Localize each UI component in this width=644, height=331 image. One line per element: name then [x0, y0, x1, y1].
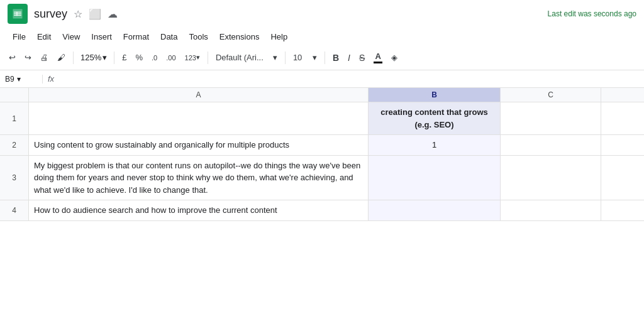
col-header-b[interactable]: B: [369, 88, 501, 102]
zoom-value: 125%: [80, 53, 101, 62]
font-dropdown-icon: ▾: [273, 53, 277, 62]
cell-c2[interactable]: [501, 135, 601, 155]
cell-a2[interactable]: Using content to grow sustainably and or…: [29, 135, 369, 155]
cell-ref-value: B9: [5, 75, 14, 84]
fx-label: fx: [48, 74, 54, 84]
cell-a4-value: How to do audience search and how to imp…: [34, 204, 277, 217]
menu-insert[interactable]: Insert: [86, 30, 117, 44]
menu-edit[interactable]: Edit: [32, 30, 56, 44]
table-row: 2 Using content to grow sustainably and …: [0, 135, 644, 156]
menu-format[interactable]: Format: [118, 30, 154, 44]
divider2: [114, 52, 114, 64]
table-row: 4 How to do audience search and how to i…: [0, 200, 644, 221]
cell-ref-dropdown[interactable]: ▾: [17, 75, 21, 84]
font-size-value: 10: [293, 53, 302, 62]
row-num-1: 1: [0, 102, 29, 134]
menu-bar: File Edit View Insert Format Data Tools …: [0, 28, 644, 45]
cell-reference[interactable]: B9 ▾: [5, 75, 43, 84]
divider3: [208, 52, 208, 64]
cell-c4[interactable]: [501, 200, 601, 220]
folder-icon[interactable]: ⬜: [89, 8, 101, 20]
bold-button[interactable]: B: [329, 50, 343, 65]
divider5: [325, 52, 325, 64]
svg-rect-4: [16, 12, 17, 16]
col-header-c[interactable]: C: [501, 88, 601, 102]
decimal-decrease-button[interactable]: .0: [148, 52, 161, 64]
menu-tools[interactable]: Tools: [184, 30, 213, 44]
star-icon[interactable]: ☆: [74, 8, 82, 20]
cloud-icon[interactable]: ☁: [108, 8, 118, 20]
menu-view[interactable]: View: [57, 30, 85, 44]
sheet-container: A B C 1 creating content that grows (e.g…: [0, 88, 644, 331]
italic-button[interactable]: I: [344, 50, 354, 65]
font-name: Default (Ari...: [216, 53, 264, 62]
undo-button[interactable]: ↩: [5, 50, 19, 65]
cell-a3[interactable]: My biggest problem is that our content r…: [29, 156, 369, 200]
last-edit-status: Last edit was seconds ago: [548, 9, 636, 18]
font-selector[interactable]: Default (Ari... ▾: [212, 50, 281, 65]
app-icon: [8, 4, 28, 24]
menu-file[interactable]: File: [8, 30, 31, 44]
document-title[interactable]: survey: [34, 8, 67, 21]
percent-button[interactable]: %: [131, 50, 147, 65]
cell-c3[interactable]: [501, 156, 601, 200]
cell-b2-value: 1: [432, 140, 436, 149]
zoom-control[interactable]: 125% ▾: [77, 51, 110, 64]
cell-b1[interactable]: creating content that grows (e.g. SEO): [369, 102, 501, 134]
row-num-header: [0, 88, 29, 102]
table-row: 3 My biggest problem is that our content…: [0, 156, 644, 201]
zoom-dropdown-icon: ▾: [103, 53, 107, 62]
font-size-dropdown-icon: ▾: [313, 53, 317, 62]
more-formats-button[interactable]: 123▾: [181, 51, 204, 64]
cell-a2-value: Using content to grow sustainably and or…: [34, 139, 289, 151]
row-num-2: 2: [0, 135, 29, 155]
cell-a1[interactable]: [29, 102, 369, 134]
row-num-4: 4: [0, 200, 29, 220]
font-color-bar: [374, 62, 382, 63]
cell-b1-value: creating content that grows (e.g. SEO): [374, 106, 495, 131]
divider4: [285, 52, 286, 64]
title-bar: survey ☆ ⬜ ☁ Last edit was seconds ago: [0, 0, 644, 28]
currency-button[interactable]: £: [118, 50, 130, 65]
cell-c1[interactable]: [501, 102, 601, 134]
formula-bar: B9 ▾ fx: [0, 70, 644, 88]
menu-help[interactable]: Help: [265, 30, 292, 44]
cell-b3[interactable]: [369, 156, 501, 200]
row-num-3: 3: [0, 156, 29, 200]
font-color-button[interactable]: A: [370, 49, 386, 66]
sheet-grid: A B C 1 creating content that grows (e.g…: [0, 88, 644, 331]
font-size-selector[interactable]: 10 ▾: [289, 50, 321, 65]
cell-b2[interactable]: 1: [369, 135, 501, 155]
svg-rect-2: [14, 13, 21, 14]
redo-button[interactable]: ↪: [21, 50, 35, 65]
print-button[interactable]: 🖨: [36, 50, 52, 65]
paint-format-button[interactable]: 🖌: [53, 50, 69, 65]
svg-rect-3: [14, 15, 21, 16]
menu-extensions[interactable]: Extensions: [214, 30, 265, 44]
toolbar: ↩ ↪ 🖨 🖌 125% ▾ £ % .0 .00 123▾ Default (…: [0, 45, 644, 70]
svg-rect-1: [14, 12, 21, 13]
menu-data[interactable]: Data: [155, 30, 182, 44]
col-header-a[interactable]: A: [29, 88, 369, 102]
strikethrough-button[interactable]: S: [355, 50, 369, 65]
cell-b4[interactable]: [369, 200, 501, 220]
cell-a3-value: My biggest problem is that our content r…: [34, 160, 363, 197]
decimal-increase-button[interactable]: .00: [162, 52, 179, 64]
highlight-button[interactable]: ◈: [387, 50, 401, 65]
table-row: 1 creating content that grows (e.g. SEO): [0, 102, 644, 135]
underline-container: A: [374, 52, 382, 63]
divider1: [73, 52, 74, 64]
cell-a4[interactable]: How to do audience search and how to imp…: [29, 200, 369, 220]
column-headers: A B C: [0, 88, 644, 102]
